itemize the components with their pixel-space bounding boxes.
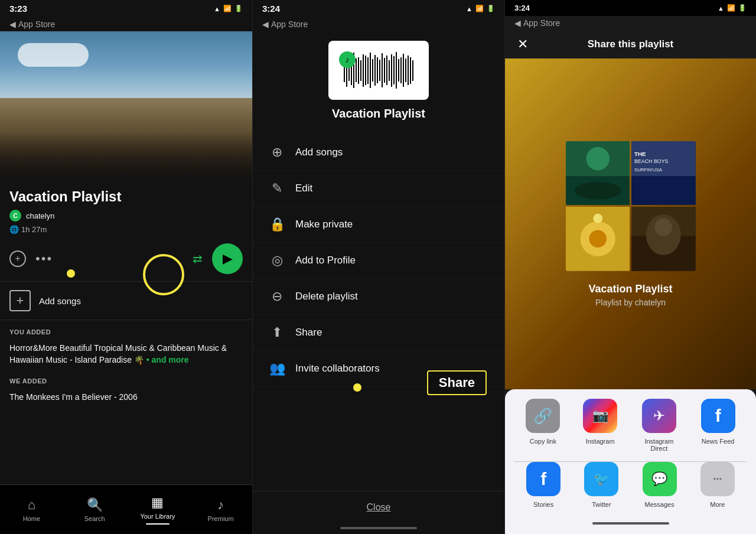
nav-search-label: Search xyxy=(84,515,105,522)
more-label: More xyxy=(710,501,725,508)
p3-playlist-sub: Playlist by chatelyn xyxy=(588,298,672,307)
svg-point-17 xyxy=(654,219,672,236)
share-copy-link[interactable]: 🔗 Copy link xyxy=(526,399,560,452)
p3-playlist-info: Vacation Playlist Playlist by chatelyn xyxy=(588,283,672,307)
nav-home-label: Home xyxy=(23,515,40,522)
nav-search[interactable]: 🔍 Search xyxy=(63,485,126,534)
nav-premium[interactable]: ♪ Premium xyxy=(189,485,252,534)
svg-text:BEACH BOYS: BEACH BOYS xyxy=(634,158,669,164)
nav-library[interactable]: ▦ Your Library xyxy=(126,485,190,534)
we-added-label: WE ADDED xyxy=(0,369,252,388)
shuffle-button[interactable]: ⇄ xyxy=(193,252,203,266)
signal-icon-2: ▲ xyxy=(466,5,472,12)
track-title-1: Horror&More Beautiful Tropical Music & C… xyxy=(9,343,243,366)
close-label: Close xyxy=(367,502,391,513)
home-bar-2 xyxy=(340,527,417,529)
play-button[interactable]: ▶ xyxy=(212,243,243,274)
playlist-card-title: Vacation Playlist xyxy=(332,107,425,121)
app-store-back-2[interactable]: ◀ App Store xyxy=(253,17,504,31)
share-news-feed[interactable]: f News Feed xyxy=(701,399,735,452)
menu-add-songs[interactable]: ⊕ Add songs xyxy=(253,135,504,171)
instagram-direct-icon: ✈ xyxy=(642,399,676,433)
share-header: ✕ Share this playlist xyxy=(505,30,756,58)
album-mosaic: THE BEACH BOYS SURFIN'USA xyxy=(566,141,696,271)
close-button[interactable]: Close xyxy=(253,491,504,523)
album-tile-4 xyxy=(631,207,696,271)
battery-icon-2: 🔋 xyxy=(487,5,495,12)
playlist-info: Vacation Playlist C chatelyn 🌐 1h 27m xyxy=(0,179,252,239)
playlist-controls: + ••• ⇄ ▶ xyxy=(0,239,252,281)
messages-icon: 💬 xyxy=(643,462,677,496)
library-icon: ▦ xyxy=(151,495,164,510)
more-icon: ··· xyxy=(700,462,735,496)
add-songs-plus-icon: + xyxy=(9,290,31,311)
menu-invite-collaborators[interactable]: 👥 Invite collaborators xyxy=(253,351,504,387)
add-songs-icon: ⊕ xyxy=(269,145,285,160)
home-icon: ⌂ xyxy=(28,497,35,513)
app-store-back-1[interactable]: ◀ App Store xyxy=(0,17,252,31)
more-options-button[interactable]: ••• xyxy=(35,251,53,266)
svg-rect-6 xyxy=(631,176,696,205)
share-messages[interactable]: 💬 Messages xyxy=(643,462,677,508)
status-icons-3: ▲ 📶 🔋 xyxy=(718,4,747,12)
share-preview: THE BEACH BOYS SURFIN'USA xyxy=(505,58,756,389)
home-indicator-3 xyxy=(505,517,756,529)
share-icon: ⬆ xyxy=(269,325,285,340)
play-icon: ▶ xyxy=(223,251,233,266)
stories-icon: f xyxy=(526,462,561,496)
dots-icon: ••• xyxy=(35,251,53,266)
share-instagram[interactable]: 📷 Instagram xyxy=(583,399,617,452)
twitter-icon: 🐦 xyxy=(584,462,618,496)
instagram-icon: 📷 xyxy=(583,399,617,433)
nav-active-indicator xyxy=(146,523,170,525)
status-icons-1: ▲ 📶 🔋 xyxy=(214,5,243,12)
battery-icon: 🔋 xyxy=(234,5,243,12)
share-instagram-direct[interactable]: ✈ Instagram Direct xyxy=(640,399,678,452)
author-name-1[interactable]: chatelyn xyxy=(26,211,54,220)
signal-icon-3: ▲ xyxy=(718,5,724,12)
menu-add-to-profile[interactable]: ◎ Add to Profile xyxy=(253,243,504,279)
share-more[interactable]: ··· More xyxy=(700,462,735,508)
wifi-icon-3: 📶 xyxy=(727,4,735,12)
time-2: 3:24 xyxy=(262,4,280,14)
playlist-duration: 1h 27m xyxy=(21,225,47,234)
share-twitter[interactable]: 🐦 Twitter xyxy=(584,462,618,508)
time-3: 3:24 xyxy=(514,4,530,12)
status-icons-2: ▲ 📶 🔋 xyxy=(466,5,495,12)
menu-share[interactable]: ⬆ Share xyxy=(253,315,504,351)
app-store-back-3[interactable]: ◀ App Store xyxy=(505,16,756,30)
nav-library-label: Your Library xyxy=(140,513,175,520)
track-item-2: The Monkees I'm a Believer - 2006 xyxy=(0,388,252,407)
menu-make-private[interactable]: 🔒 Make private xyxy=(253,207,504,243)
signal-icon: ▲ xyxy=(214,5,220,12)
menu-edit[interactable]: ✎ Edit xyxy=(253,171,504,207)
share-stories[interactable]: f Stories xyxy=(526,462,561,508)
add-follow-button[interactable]: + xyxy=(9,250,26,267)
share-icons-row-2: f Stories 🐦 Twitter 💬 Messages ··· More xyxy=(505,462,756,517)
add-songs-label: Add songs xyxy=(39,296,81,306)
premium-icon: ♪ xyxy=(217,497,224,513)
messages-label: Messages xyxy=(645,501,674,508)
wifi-icon: 📶 xyxy=(223,5,232,12)
author-avatar: C xyxy=(9,210,21,222)
delete-icon: ⊖ xyxy=(269,289,285,304)
back-icon-3: ◀ xyxy=(514,18,521,28)
close-share-button[interactable]: ✕ xyxy=(514,36,531,53)
lock-icon: 🔒 xyxy=(269,217,285,232)
status-bar-2: 3:24 ▲ 📶 🔋 xyxy=(253,0,504,17)
annotation-dot-2 xyxy=(353,383,361,392)
status-bar-1: 3:23 ▲ 📶 🔋 xyxy=(0,0,252,17)
twitter-label: Twitter xyxy=(592,501,611,508)
album-tile-2: THE BEACH BOYS SURFIN'USA xyxy=(631,141,696,206)
app-store-label-1: App Store xyxy=(18,19,55,29)
add-songs-bar[interactable]: + Add songs xyxy=(0,281,252,320)
menu-delete-playlist[interactable]: ⊖ Delete playlist xyxy=(253,279,504,315)
svg-point-12 xyxy=(589,230,607,248)
add-to-profile-label: Add to Profile xyxy=(295,255,356,266)
svg-text:THE: THE xyxy=(634,150,646,157)
nav-home[interactable]: ⌂ Home xyxy=(0,485,63,534)
annotation-dot-1 xyxy=(67,269,75,278)
time-1: 3:23 xyxy=(9,4,27,14)
playlist-meta: 🌐 1h 27m xyxy=(9,225,243,234)
instagram-label: Instagram xyxy=(586,438,615,445)
